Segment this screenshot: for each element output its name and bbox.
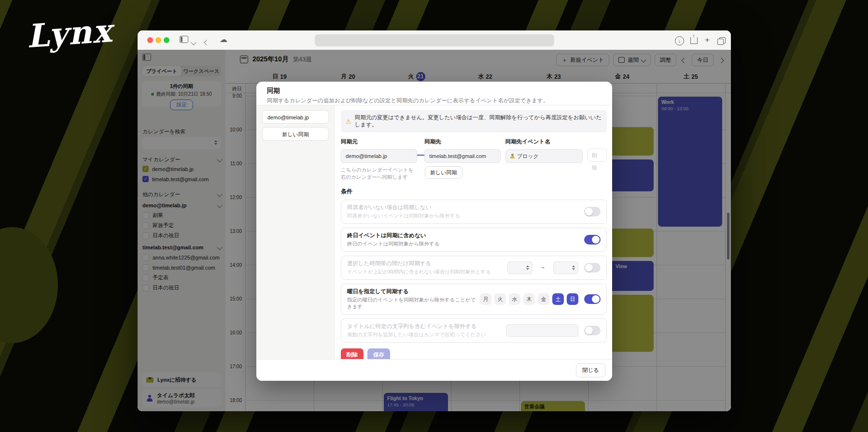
condition-text: 同席者がいない場合は同期しない同席者がいないイベントは同期対象から除外する — [347, 204, 460, 219]
condition-text: 終日イベントは同期に含めない終日のイベントは同期対象から除外する — [347, 232, 439, 247]
warning-icon: ⚠ — [346, 118, 351, 125]
sync-list-item[interactable]: 新しい同期 — [262, 127, 329, 141]
modal-footer: 閉じる — [256, 359, 612, 381]
time-select[interactable] — [553, 261, 578, 274]
condition-toggle[interactable] — [584, 326, 601, 335]
condition-card: 同席者がいない場合は同期しない同席者がいないイベントは同期対象から除外する — [341, 200, 607, 224]
download-icon[interactable]: ↓ — [675, 36, 684, 45]
event-name-field[interactable]: ブロック — [505, 149, 583, 163]
event-name-label: 同期先イベント名 — [505, 138, 583, 145]
condition-desc: イベントが上記の時間内に含まれない場合は同期対象外とする — [347, 269, 491, 275]
lynx-logo: Lynx — [25, 12, 113, 55]
destination-field[interactable]: timelab.test@gmail.com — [424, 149, 501, 163]
source-field[interactable]: demo@timelab.jp — [341, 149, 417, 163]
browser-window: ☁ ↓ + プライベート ワークスペース 1件の同期 最終同期: 10月21日 — [138, 30, 731, 411]
condition-title: タイトルに特定の文字列を含むイベントを除外する — [347, 323, 486, 330]
condition-desc: 同席者がいないイベントは同期対象から除外する — [347, 213, 460, 219]
stepper-icon — [526, 265, 529, 270]
condition-desc: 指定の曜日のイベントを同期対象から除外することができます — [347, 297, 480, 310]
condition-card: 曜日を指定して同期する指定の曜日のイベントを同期対象から除外することができます月… — [341, 284, 607, 315]
modal-header: 同期 同期するカレンダーの追加および削除などの設定と同期先のカレンダーに表示する… — [256, 82, 612, 105]
new-sync-button[interactable]: 新しい同期 — [425, 166, 462, 179]
weekday-chip[interactable]: 金 — [538, 293, 549, 305]
toggle-knob — [592, 236, 600, 244]
condition-title: 選択した時間帯の間だけ同期する — [347, 260, 491, 267]
condition-text: タイトルに特定の文字列を含むイベントを除外する複数の文字列を追加したい場合はカン… — [347, 323, 486, 338]
condition-toggle[interactable] — [584, 294, 601, 304]
condition-desc: 複数の文字列を追加したい場合はカンマで区切ってください — [347, 331, 486, 338]
condition-card: 選択した時間帯の間だけ同期するイベントが上記の時間内に含まれない場合は同期対象外… — [341, 256, 607, 280]
stepper-icon — [572, 265, 575, 270]
condition-controls: 月火水木金土日 — [480, 293, 601, 305]
condition-card: タイトルに特定の文字列を含むイベントを除外する複数の文字列を追加したい場合はカン… — [341, 318, 607, 343]
modal-actions: 削除 保存 — [341, 348, 607, 360]
chevron-down-icon[interactable] — [191, 40, 196, 45]
condition-text: 曜日を指定して同期する指定の曜日のイベントを同期対象から除外することができます — [347, 288, 480, 310]
weekday-chip[interactable]: 火 — [494, 293, 506, 305]
condition-controls — [584, 235, 601, 245]
sync-fields-row2: こちらのカレンダーイベントを右のカレンダーへ同期します 新しい同期 — [341, 166, 607, 181]
condition-toggle[interactable] — [584, 207, 601, 216]
toggle-knob — [585, 327, 593, 334]
sync-list-panel: demo@timelab.jp新しい同期 — [256, 105, 335, 360]
exclude-text-input[interactable] — [506, 324, 578, 337]
condition-controls: ~ — [507, 261, 601, 274]
source-label: 同期元 — [341, 138, 417, 145]
weekday-chip[interactable]: 木 — [523, 293, 535, 305]
browser-titlebar: ☁ ↓ + — [138, 30, 731, 50]
warning-banner: ⚠ 同期元の変更はできません。変更したい場合は一度、同期解除を行ってから再度設定… — [341, 110, 607, 132]
destination-label: 同期先 — [424, 138, 501, 145]
minimize-window-button[interactable] — [155, 37, 161, 43]
weekday-chip[interactable]: 日 — [567, 293, 578, 305]
sync-list-item[interactable]: demo@timelab.jp — [262, 110, 329, 124]
remove-sync-button[interactable]: 削除 — [588, 148, 607, 162]
cloud-icon[interactable]: ☁ — [220, 35, 227, 43]
back-icon[interactable] — [204, 40, 209, 45]
close-window-button[interactable] — [147, 37, 153, 43]
condition-controls — [584, 207, 601, 216]
conditions-label: 条件 — [341, 187, 607, 196]
toggle-knob — [585, 264, 593, 272]
condition-desc: 終日のイベントは同期対象から除外する — [347, 241, 439, 247]
modal-content: ⚠ 同期元の変更はできません。変更したい場合は一度、同期解除を行ってから再度設定… — [335, 105, 612, 360]
condition-title: 終日イベントは同期に含めない — [347, 232, 439, 239]
weekday-chip[interactable]: 土 — [552, 293, 564, 305]
page-background: Lynx ☁ ↓ + プライベート ワークスペース — [0, 0, 868, 432]
tab-overview-icon[interactable] — [719, 37, 726, 43]
warning-text: 同期元の変更はできません。変更したい場合は一度、同期解除を行ってから再度設定をお… — [355, 114, 602, 129]
conditions-list: 同席者がいない場合は同期しない同席者がいないイベントは同期対象から除外する終日イ… — [341, 200, 607, 343]
time-select[interactable] — [507, 261, 532, 274]
source-helper-text: こちらのカレンダーイベントを右のカレンダーへ同期します — [341, 166, 417, 181]
url-bar[interactable] — [315, 34, 554, 46]
weekday-chips: 月火水木金土日 — [480, 293, 578, 305]
tilde-separator: ~ — [541, 264, 545, 271]
weekday-chip[interactable]: 水 — [509, 293, 520, 305]
save-button[interactable]: 保存 — [367, 348, 390, 360]
toggle-knob — [585, 208, 593, 216]
condition-text: 選択した時間帯の間だけ同期するイベントが上記の時間内に含まれない場合は同期対象外… — [347, 260, 491, 275]
close-button[interactable]: 閉じる — [576, 363, 605, 377]
condition-title: 同席者がいない場合は同期しない — [347, 204, 460, 211]
condition-title: 曜日を指定して同期する — [347, 288, 480, 295]
new-tab-icon[interactable]: + — [705, 35, 710, 44]
sync-connector-line — [417, 155, 425, 156]
sync-settings-modal: 同期 同期するカレンダーの追加および削除などの設定と同期先のカレンダーに表示する… — [256, 82, 612, 381]
sidebar-panes-icon[interactable] — [180, 36, 188, 43]
condition-toggle[interactable] — [584, 263, 601, 273]
person-icon — [510, 154, 515, 158]
condition-toggle[interactable] — [584, 235, 601, 245]
condition-controls — [506, 324, 601, 337]
modal-title: 同期 — [267, 86, 602, 95]
delete-button[interactable]: 削除 — [341, 348, 364, 360]
share-icon[interactable] — [690, 37, 698, 44]
sync-fields-row: 同期元 demo@timelab.jp 同期先 timelab.test@gma… — [341, 138, 607, 163]
weekday-chip[interactable]: 月 — [480, 293, 491, 305]
background-blob — [0, 227, 58, 343]
toggle-knob — [592, 295, 600, 303]
zoom-window-button[interactable] — [164, 37, 169, 43]
condition-card: 終日イベントは同期に含めない終日のイベントは同期対象から除外する — [341, 228, 607, 252]
modal-subtitle: 同期するカレンダーの追加および削除などの設定と同期先のカレンダーに表示するイベン… — [267, 97, 602, 104]
